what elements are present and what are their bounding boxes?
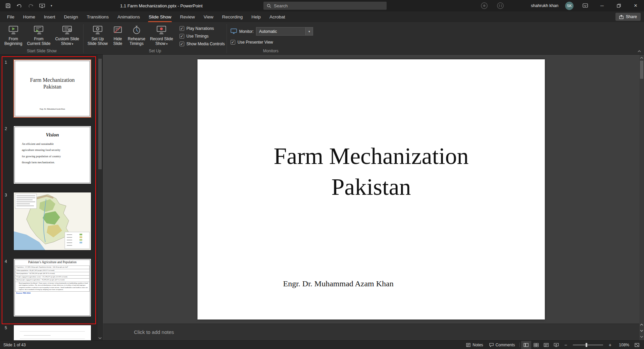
thumb-body: Population - 217,892,164 people Populati…: [15, 266, 90, 294]
thumbnail-scrollbar[interactable]: [98, 55, 102, 340]
slide-4-thumbnail[interactable]: Pakistan’s Agriculture and Population Po…: [13, 258, 91, 317]
slide-3-thumbnail[interactable]: [13, 192, 91, 250]
scrollbar-thumb[interactable]: [640, 61, 643, 79]
previous-slide-button[interactable]: [640, 322, 644, 327]
collapse-ribbon-button[interactable]: [637, 50, 641, 53]
qat-customize-button[interactable]: ▾: [51, 4, 52, 7]
thumb-title: Farm Mechanization Pakistan: [14, 77, 91, 90]
slide-number: 1: [0, 59, 13, 118]
record-slide-show-button[interactable]: Record Slide Show▾: [148, 23, 176, 47]
scroll-down-arrow-icon[interactable]: [98, 337, 102, 339]
notes-icon: [466, 343, 470, 347]
play-narrations-checkbox[interactable]: ✓ Play Narrations: [180, 26, 225, 31]
custom-slide-show-button[interactable]: Custom Slide Show▾: [53, 23, 81, 47]
dropdown-arrow-icon[interactable]: ▾: [305, 27, 313, 35]
scroll-down-arrow-icon[interactable]: [640, 334, 644, 339]
tab-slide-show[interactable]: Slide Show: [144, 11, 176, 22]
notes-pane[interactable]: Click to add notes: [103, 324, 639, 340]
close-button[interactable]: ×: [631, 0, 641, 11]
slide-subtitle-textbox[interactable]: Engr. Dr. Muhammad Azam Khan: [283, 279, 394, 288]
tab-insert[interactable]: Insert: [40, 11, 60, 22]
slide-title-textbox[interactable]: Farm Mechanization Pakistan: [198, 141, 545, 203]
share-button[interactable]: Share: [615, 13, 641, 21]
tab-acrobat[interactable]: Acrobat: [265, 11, 290, 22]
fit-slide-to-window-button[interactable]: [632, 341, 642, 349]
checkbox-icon: ✓: [180, 42, 184, 46]
document-title: 1.1 Farm Mechanization.pptx - PowerPoint: [120, 0, 203, 11]
tab-transitions[interactable]: Transitions: [83, 11, 113, 22]
normal-view-button[interactable]: [521, 341, 531, 349]
minimize-button[interactable]: ─: [597, 0, 607, 11]
checkbox-icon: ✓: [180, 34, 184, 39]
tab-file[interactable]: File: [3, 11, 19, 22]
show-media-controls-checkbox[interactable]: ✓ Show Media Controls: [180, 42, 225, 46]
zoom-in-button[interactable]: +: [606, 341, 614, 349]
redo-button[interactable]: [28, 3, 34, 8]
zoom-out-button[interactable]: −: [561, 341, 570, 349]
group-start-slide-show: From Beginning From Current Slide Custom…: [2, 23, 82, 54]
next-slide-button[interactable]: [640, 328, 644, 333]
main-scrollbar[interactable]: [639, 55, 644, 340]
quick-access-toolbar: ▾: [0, 0, 58, 11]
statusbar-divider: [519, 343, 520, 347]
zoom-level[interactable]: 108%: [616, 343, 629, 347]
search-box[interactable]: [263, 2, 387, 10]
tab-home[interactable]: Home: [19, 11, 40, 22]
search-input[interactable]: [274, 3, 383, 8]
ribbon-display-options-button[interactable]: [580, 0, 590, 11]
tab-help[interactable]: Help: [247, 11, 265, 22]
group-label-start-slide-show: Start Slide Show: [2, 49, 82, 54]
slide-canvas[interactable]: Farm Mechanization Pakistan Engr. Dr. Mu…: [198, 59, 545, 319]
slide-1-thumbnail[interactable]: Farm Mechanization Pakistan Engr. Dr. Mu…: [13, 59, 91, 118]
tab-recording[interactable]: Recording: [218, 11, 247, 22]
slide-number: 2: [0, 126, 13, 184]
comments-toggle-button[interactable]: Comments: [486, 341, 518, 349]
zoom-slider[interactable]: [573, 345, 603, 345]
titlebar-right: shahrukh khan SK ─ ×: [531, 0, 641, 11]
thumb-title: Pakistan’s Agriculture and Population: [14, 260, 91, 264]
scrollbar-thumb[interactable]: [98, 59, 102, 169]
thumbnail-row-3: 3: [0, 192, 102, 250]
reading-view-button[interactable]: [541, 341, 551, 349]
from-beginning-button[interactable]: From Beginning: [2, 23, 24, 47]
ribbon-tabs: File Home Insert Design Transitions Anim…: [0, 11, 644, 22]
account-avatar[interactable]: SK: [565, 2, 574, 10]
group-divider: [83, 24, 84, 53]
screen-overlay-icons: [481, 2, 504, 9]
tab-design[interactable]: Design: [60, 11, 83, 22]
slide-sorter-view-button[interactable]: [531, 341, 541, 349]
use-timings-checkbox[interactable]: ✓ Use Timings: [180, 34, 225, 39]
slide-2-thumbnail[interactable]: Vision An efficient and sustainable agri…: [13, 126, 91, 184]
from-current-slide-button[interactable]: From Current Slide: [24, 23, 53, 47]
monitor-record-icon: [156, 24, 167, 36]
notes-placeholder[interactable]: Click to add notes: [103, 324, 639, 341]
save-button[interactable]: [5, 3, 11, 8]
zoom-slider-thumb[interactable]: [586, 343, 587, 347]
tab-view[interactable]: View: [199, 11, 218, 22]
restore-button[interactable]: [614, 0, 624, 11]
slide-5-thumbnail[interactable]: [13, 325, 91, 340]
tab-review[interactable]: Review: [176, 11, 199, 22]
stopwatch-icon: [131, 24, 142, 36]
notes-splitter[interactable]: [103, 323, 639, 324]
monitor-current-icon: [33, 24, 44, 36]
monitor-dropdown[interactable]: Automatic ▾: [256, 27, 313, 36]
undo-button[interactable]: [16, 3, 22, 8]
slide-number: 5: [0, 325, 13, 340]
use-presenter-view-checkbox[interactable]: ✓ Use Presenter View: [231, 40, 313, 45]
slide-show-view-button[interactable]: [551, 341, 561, 349]
scroll-up-arrow-icon[interactable]: [640, 55, 644, 60]
thumbnail-row-1: 1 Farm Mechanization Pakistan Engr. Dr. …: [0, 59, 102, 118]
start-slideshow-qat-button[interactable]: [39, 3, 45, 8]
notes-toggle-button[interactable]: Notes: [463, 341, 486, 349]
thumb-title: Vision: [14, 132, 91, 138]
rehearse-timings-button[interactable]: Rehearse Timings: [126, 23, 148, 47]
hide-slide-button[interactable]: Hide Slide: [110, 23, 126, 47]
set-up-slide-show-button[interactable]: Set Up Slide Show: [85, 23, 110, 47]
comments-icon: [489, 343, 494, 347]
pakistan-map-thumbnail: [14, 192, 91, 250]
thumb-body: An efficient and sustainable agriculture…: [22, 141, 87, 165]
tab-animations[interactable]: Animations: [113, 11, 144, 22]
thumb-subtitle: Engr. Dr. Muhammad Azam Khan: [14, 108, 91, 110]
account-name[interactable]: shahrukh khan: [531, 3, 558, 8]
